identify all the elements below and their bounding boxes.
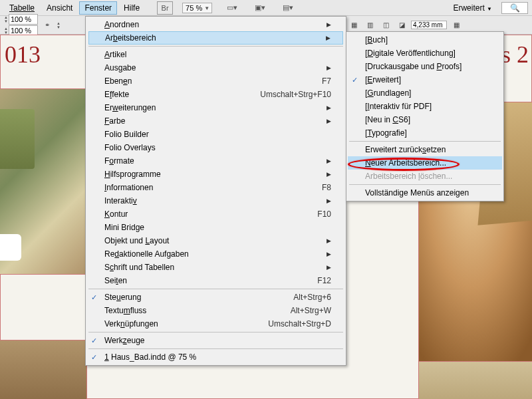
check-icon: ✓ bbox=[352, 76, 358, 84]
workspace-reset[interactable]: Erweitert zurücksetzen bbox=[348, 143, 502, 156]
wrap-icon[interactable]: ◪ bbox=[395, 19, 408, 30]
menu-item-informationen[interactable]: InformationenF8 bbox=[87, 181, 344, 194]
submenu-arbeitsbereich: [Buch] [Digitale Veröffentlichung] [Druc… bbox=[346, 31, 504, 201]
menu-item-ausgabe[interactable]: Ausgabe▶ bbox=[87, 61, 344, 74]
submenu-arrow-icon: ▶ bbox=[327, 104, 331, 111]
stepper-icon[interactable]: ▲▼ bbox=[4, 15, 8, 23]
workspace-new[interactable]: Neuer Arbeitsbereich... bbox=[348, 156, 502, 170]
image-frame[interactable] bbox=[0, 340, 87, 399]
view-options-icon[interactable]: ▤▾ bbox=[280, 1, 296, 15]
stepper-icon[interactable]: ▲▼ bbox=[4, 27, 8, 35]
submenu-arrow-icon: ▶ bbox=[327, 21, 331, 28]
menu-item-verknuepfungen[interactable]: VerknüpfungenUmschalt+Strg+D bbox=[87, 317, 344, 331]
menu-item-steuerung[interactable]: ✓SteuerungAlt+Strg+6 bbox=[87, 291, 344, 304]
image-frame[interactable] bbox=[418, 361, 532, 399]
menu-item-ebenen[interactable]: EbenenF7 bbox=[87, 74, 344, 88]
submenu-arrow-icon: ▶ bbox=[327, 171, 331, 178]
menu-tabelle[interactable]: Tabelle bbox=[4, 1, 40, 15]
workspace-delete: Arbeitsbereich löschen... bbox=[348, 170, 502, 183]
menu-item-redaktionelle[interactable]: Redaktionelle Aufgaben▶ bbox=[87, 247, 344, 261]
control-bar-right: ▦ ▥ ◫ ◪ 4,233 mm ▦ bbox=[344, 17, 531, 32]
bridge-icon[interactable]: Br bbox=[157, 1, 173, 15]
screen-mode-icon[interactable]: ▭▾ bbox=[224, 1, 240, 15]
check-icon: ✓ bbox=[91, 353, 97, 362]
menu-item-mini-bridge[interactable]: Mini Bridge bbox=[87, 221, 344, 234]
submenu-arrow-icon: ▶ bbox=[327, 251, 331, 257]
submenu-arrow-icon: ▶ bbox=[327, 158, 331, 164]
submenu-arrow-icon: ▶ bbox=[327, 65, 331, 71]
check-icon: ✓ bbox=[91, 336, 97, 345]
menu-item-document-1[interactable]: ✓1 Haus_Bad.indd @ 75 % bbox=[87, 350, 344, 364]
workspace-digitale[interactable]: [Digitale Veröffentlichung] bbox=[348, 47, 502, 60]
workspace-erweitert[interactable]: ✓[Erweitert] bbox=[348, 73, 502, 86]
wrap-icon[interactable]: ◫ bbox=[379, 19, 392, 30]
menu-item-hilfsprogramme[interactable]: Hilfsprogramme▶ bbox=[87, 168, 344, 181]
submenu-arrow-icon: ▶ bbox=[327, 264, 331, 271]
search-input[interactable]: 🔍 bbox=[501, 2, 528, 14]
main-menu-bar: Tabelle Ansicht Fenster Hilfe Br 75 % ▭▾… bbox=[0, 0, 532, 16]
menu-fenster-dropdown: AAnordnennordnen▶ Arbeitsbereich▶ Artike… bbox=[85, 16, 346, 366]
zoom-select[interactable]: 75 % bbox=[182, 3, 212, 13]
image-frame[interactable] bbox=[0, 88, 87, 275]
menu-separator bbox=[349, 141, 501, 142]
menu-separator bbox=[349, 184, 501, 185]
menu-item-interaktiv[interactable]: Interaktiv▶ bbox=[87, 194, 344, 207]
menu-separator bbox=[88, 332, 343, 332]
submenu-arrow-icon: ▶ bbox=[327, 237, 331, 244]
workspace-switcher[interactable]: Erweitert ▼ bbox=[448, 1, 497, 15]
submenu-arrow-icon: ▶ bbox=[327, 198, 331, 204]
menu-item-folio-builder[interactable]: Folio Builder bbox=[87, 128, 344, 141]
scale-x-field[interactable]: 100 % bbox=[9, 14, 38, 25]
grid-icon[interactable]: ▦ bbox=[450, 19, 463, 30]
menu-ansicht[interactable]: Ansicht bbox=[41, 1, 78, 15]
stepper-icon[interactable]: ▲▼ bbox=[57, 21, 61, 29]
menu-item-folio-overlays[interactable]: Folio Overlays bbox=[87, 141, 344, 154]
workspace-buch[interactable]: [Buch] bbox=[348, 33, 502, 47]
menu-item-artikel[interactable]: Artikel bbox=[87, 48, 344, 61]
menu-item-erweiterungen[interactable]: Erweiterungen▶ bbox=[87, 101, 344, 114]
title-text: s 2 bbox=[501, 41, 529, 68]
link-icon[interactable]: ⚭ bbox=[42, 16, 53, 35]
menu-item-farbe[interactable]: Farbe▶ bbox=[87, 114, 344, 128]
workspace-druck[interactable]: [Druckausgabe und Proofs] bbox=[348, 60, 502, 73]
menu-item-arbeitsbereich[interactable]: Arbeitsbereich▶ bbox=[88, 31, 343, 45]
submenu-arrow-icon: ▶ bbox=[326, 35, 331, 41]
menu-separator bbox=[88, 46, 343, 47]
workspace-neu-cs6[interactable]: [Neu in CS6] bbox=[348, 113, 502, 126]
menu-item-effekte[interactable]: EffekteUmschalt+Strg+F10 bbox=[87, 88, 344, 101]
menu-separator bbox=[88, 348, 343, 349]
submenu-arrow-icon: ▶ bbox=[327, 118, 331, 124]
check-icon: ✓ bbox=[91, 293, 97, 302]
arrange-icon[interactable]: ▣▾ bbox=[252, 1, 268, 15]
align-icon[interactable]: ▥ bbox=[363, 19, 376, 30]
title-text: 013 bbox=[5, 41, 41, 68]
menu-item-seiten[interactable]: SeitenF12 bbox=[87, 274, 344, 287]
menu-hilfe[interactable]: Hilfe bbox=[118, 1, 145, 15]
workspace-interaktiv-pdf[interactable]: [Interaktiv für PDF] bbox=[348, 100, 502, 113]
menu-item-formate[interactable]: Formate▶ bbox=[87, 154, 344, 168]
align-icon[interactable]: ▦ bbox=[347, 19, 360, 30]
menu-item-anordnen[interactable]: AAnordnennordnen▶ bbox=[87, 18, 344, 31]
menu-item-textumfluss[interactable]: TextumflussAlt+Strg+W bbox=[87, 304, 344, 317]
menu-item-schrift-tabellen[interactable]: Schrift und Tabellen▶ bbox=[87, 261, 344, 274]
workspace-full-menus[interactable]: Vollständige Menüs anzeigen bbox=[348, 186, 502, 200]
menu-fenster[interactable]: Fenster bbox=[79, 1, 117, 15]
search-icon: 🔍 bbox=[510, 3, 520, 13]
menu-item-werkzeuge[interactable]: ✓Werkzeuge bbox=[87, 334, 344, 347]
workspace-typografie[interactable]: [Typografie] bbox=[348, 126, 502, 140]
menu-item-objekt-layout[interactable]: Objekt und Layout▶ bbox=[87, 234, 344, 247]
measure-field[interactable]: 4,233 mm bbox=[411, 21, 447, 29]
menu-separator bbox=[88, 289, 343, 289]
menu-item-kontur[interactable]: KonturF10 bbox=[87, 207, 344, 221]
workspace-grundlagen[interactable]: [Grundlagen] bbox=[348, 86, 502, 100]
